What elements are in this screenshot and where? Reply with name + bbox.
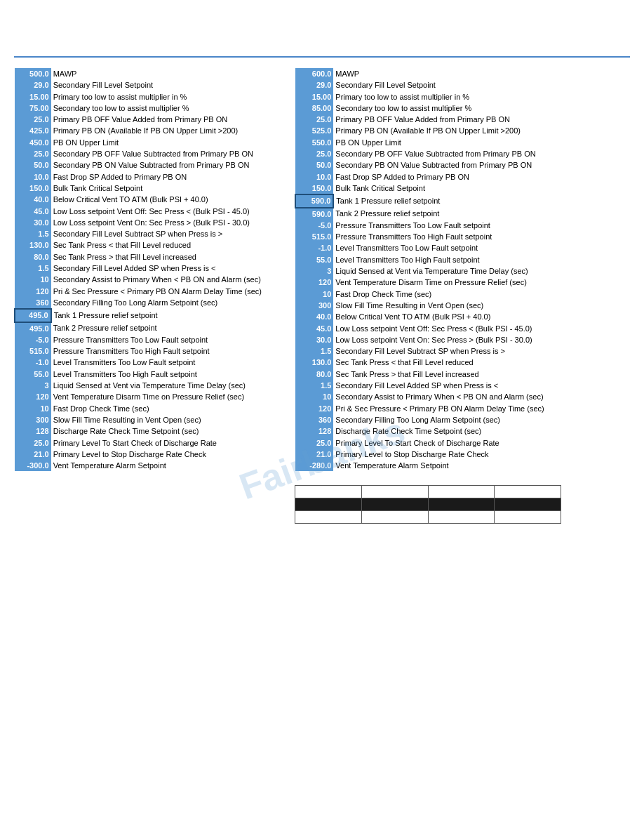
value-cell: 300 xyxy=(15,414,51,425)
label-cell: Primary PB ON (Available If PB ON Upper … xyxy=(333,125,575,136)
table-row: -1.0Level Transmitters Too Low Fault set… xyxy=(15,357,280,368)
value-cell: -1.0 xyxy=(295,242,333,253)
table-row: 150.0Bulk Tank Critical Setpoint xyxy=(15,183,280,194)
value-cell: 590.0 xyxy=(295,208,333,220)
value-cell: 590.0 xyxy=(295,194,333,207)
label-cell: Primary too low to assist multiplier in … xyxy=(333,91,575,102)
table-row: 128Discharge Rate Check Time Setpoint (s… xyxy=(15,425,280,437)
label-cell: Level Transmitters Too High Fault setpoi… xyxy=(333,254,575,265)
label-cell: PB ON Upper Limit xyxy=(333,137,575,148)
label-cell: Sec Tank Press > that Fill Level increas… xyxy=(333,369,575,380)
value-cell: 1.5 xyxy=(295,380,333,391)
table-row: 40.0Below Critical Vent TO ATM (Bulk PSI… xyxy=(295,311,575,322)
label-cell: Low Loss setpoint Vent Off: Sec Press < … xyxy=(51,206,280,217)
label-cell: Pressure Transmitters Too High Fault set… xyxy=(51,345,280,357)
value-cell: 21.0 xyxy=(15,449,51,460)
table-row: 600.0MAWP xyxy=(295,68,575,79)
table-row: 300Slow Fill Time Resulting in Vent Open… xyxy=(15,414,280,425)
table-row: 495.0Tank 2 Pressure relief setpoint xyxy=(15,322,280,334)
table-row: 500.0MAWP xyxy=(15,68,280,79)
value-cell: 128 xyxy=(295,425,333,437)
table-row: 80.0Sec Tank Press > that Fill Level inc… xyxy=(295,369,575,380)
label-cell: Secondary Fill Level Setpoint xyxy=(333,79,575,91)
table-row: 1.5Secondary Fill Level Added SP when Pr… xyxy=(15,263,280,274)
label-cell: Secondary too low to assist multiplier % xyxy=(51,102,280,114)
value-cell: 120 xyxy=(15,391,51,402)
table-row: 25.0Secondary PB OFF Value Subtracted fr… xyxy=(15,148,280,159)
value-cell: 120 xyxy=(15,286,51,297)
grid-cell xyxy=(295,486,362,498)
table-row: 50.0Secondary PB ON Value Subtracted fro… xyxy=(15,159,280,171)
bottom-table-wrapper xyxy=(295,485,575,524)
table-row: 21.0Primary Level to Stop Discharge Rate… xyxy=(295,449,575,460)
value-cell: 50.0 xyxy=(15,159,51,171)
table-row: 50.0Secondary PB ON Value Subtracted fro… xyxy=(295,159,575,171)
value-cell: -5.0 xyxy=(295,220,333,231)
table-row: 10Fast Drop Check Time (sec) xyxy=(15,403,280,414)
table-row: 15.00Primary too low to assist multiplie… xyxy=(15,91,280,102)
value-cell: 25.0 xyxy=(295,148,333,159)
grid-cell xyxy=(361,511,428,524)
grid-cell xyxy=(295,511,362,524)
label-cell: Primary too low to assist multiplier in … xyxy=(51,91,280,102)
table-row: 150.0Bulk Tank Critical Setpoint xyxy=(295,183,575,194)
value-cell: 3 xyxy=(295,265,333,277)
value-cell: 1.5 xyxy=(15,263,51,274)
value-cell: 10 xyxy=(295,289,333,300)
table-row: 360Secondary Filling Too Long Alarm Setp… xyxy=(295,414,575,425)
label-cell: Secondary PB OFF Value Subtracted from P… xyxy=(333,148,575,159)
table-row: 25.0Primary Level To Start Check of Disc… xyxy=(295,437,575,449)
label-cell: Secondary Assist to Primary When < PB ON… xyxy=(51,274,280,285)
table-row: 1.5Secondary Fill Level Added SP when Pr… xyxy=(295,380,575,391)
value-cell: 10 xyxy=(295,391,333,402)
value-cell: 1.5 xyxy=(295,345,333,357)
value-cell: 515.0 xyxy=(295,231,333,242)
table-row: 29.0Secondary Fill Level Setpoint xyxy=(295,79,575,91)
value-cell: 29.0 xyxy=(15,79,51,91)
value-cell: 30.0 xyxy=(295,334,333,345)
right-column: 600.0MAWP29.0Secondary Fill Level Setpoi… xyxy=(295,68,575,524)
table-row: 25.0Secondary PB OFF Value Subtracted fr… xyxy=(295,148,575,159)
value-cell: 25.0 xyxy=(15,148,51,159)
table-row: 30.0Low Loss setpoint Vent On: Sec Press… xyxy=(295,334,575,345)
label-cell: Secondary PB ON Value Subtracted from Pr… xyxy=(51,159,280,171)
label-cell: Tank 2 Pressure relief setpoint xyxy=(51,322,280,334)
table-row: 29.0Secondary Fill Level Setpoint xyxy=(15,79,280,91)
table-row: 128Discharge Rate Check Time Setpoint (s… xyxy=(295,425,575,437)
value-cell: -5.0 xyxy=(15,334,51,345)
table-row: 525.0Primary PB ON (Available If PB ON U… xyxy=(295,125,575,136)
label-cell: Level Transmitters Too Low Fault setpoin… xyxy=(333,242,575,253)
label-cell: Sec Tank Press > that Fill Level increas… xyxy=(51,251,280,263)
label-cell: Primary Level to Stop Discharge Rate Che… xyxy=(333,449,575,460)
label-cell: Slow Fill Time Resulting in Vent Open (s… xyxy=(333,300,575,311)
value-cell: 1.5 xyxy=(15,228,51,239)
label-cell: Secondary PB OFF Value Subtracted from P… xyxy=(51,148,280,159)
label-cell: Fast Drop Check Time (sec) xyxy=(333,289,575,300)
table-row: 550.0PB ON Upper Limit xyxy=(295,137,575,148)
label-cell: Pri & Sec Pressure < Primary PB ON Alarm… xyxy=(51,286,280,297)
columns-wrapper: 500.0MAWP29.0Secondary Fill Level Setpoi… xyxy=(14,68,630,524)
value-cell: 15.00 xyxy=(15,91,51,102)
table-row: 1.5Secondary Fill Level Subtract SP when… xyxy=(15,228,280,239)
table-row: 360Secondary Filling Too Long Alarm Setp… xyxy=(15,297,280,309)
value-cell: 25.0 xyxy=(295,437,333,449)
value-cell: 130.0 xyxy=(295,357,333,368)
value-cell: 25.0 xyxy=(15,114,51,125)
label-cell: Primary Level to Stop Discharge Rate Che… xyxy=(51,449,280,460)
label-cell: Fast Drop Check Time (sec) xyxy=(51,403,280,414)
label-cell: Secondary Fill Level Subtract SP when Pr… xyxy=(333,345,575,357)
label-cell: Vent Temperature Disarm Time on Pressure… xyxy=(51,391,280,402)
label-cell: Fast Drop SP Added to Primary PB ON xyxy=(51,171,280,183)
value-cell: 150.0 xyxy=(15,183,51,194)
label-cell: Primary PB ON (Available If PB ON Upper … xyxy=(51,125,280,136)
value-cell: 75.00 xyxy=(15,102,51,114)
label-cell: Fast Drop SP Added to Primary PB ON xyxy=(333,171,575,183)
grid-cell xyxy=(495,511,561,524)
label-cell: Secondary too low to assist multiplier % xyxy=(333,102,575,114)
table-row: -280.0Vent Temperature Alarm Setpoint xyxy=(295,460,575,471)
value-cell: 128 xyxy=(15,425,51,437)
value-cell: 25.0 xyxy=(295,114,333,125)
table-row: 515.0Pressure Transmitters Too High Faul… xyxy=(15,345,280,357)
grid-cell xyxy=(495,486,561,498)
grid-cell xyxy=(428,511,495,524)
